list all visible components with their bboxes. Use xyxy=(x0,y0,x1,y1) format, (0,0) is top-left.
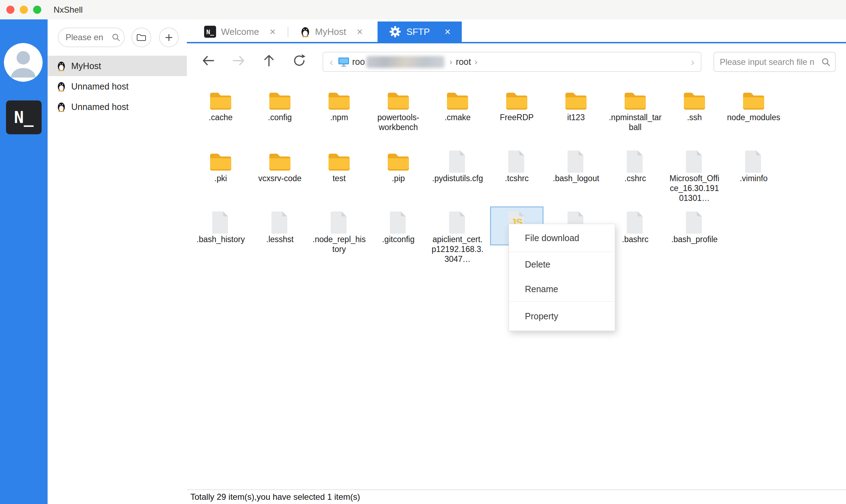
hosts-panel: Please en + MyHost xyxy=(48,19,187,504)
nxshell-logo[interactable]: N_ xyxy=(6,100,42,134)
file-name: .config xyxy=(253,112,307,122)
file-icon-box xyxy=(606,89,665,112)
file-icon-box xyxy=(546,150,606,173)
file-name: .cache xyxy=(194,112,247,122)
back-button[interactable] xyxy=(198,50,219,71)
folder-icon xyxy=(505,91,528,110)
tab-label: SFTP xyxy=(406,26,430,37)
close-tab-icon[interactable]: × xyxy=(357,27,363,37)
file-name: test xyxy=(312,173,366,183)
user-avatar[interactable] xyxy=(4,43,43,82)
file-icon-box xyxy=(665,150,724,173)
context-menu: File download Delete Rename Property xyxy=(509,224,615,331)
file-item[interactable]: .pip xyxy=(369,150,428,211)
host-item-label: Unnamed host xyxy=(71,81,129,92)
host-item-myhost[interactable]: MyHost xyxy=(48,56,187,76)
context-menu-item-rename[interactable]: Rename xyxy=(509,277,615,301)
breadcrumb[interactable]: ‹ roo › root › › xyxy=(323,52,701,72)
file-icon xyxy=(448,150,467,173)
breadcrumb-separator-icon: › xyxy=(474,57,477,67)
file-item[interactable]: .pki xyxy=(191,150,250,211)
file-icon-box xyxy=(191,211,250,234)
context-menu-item-property[interactable]: Property xyxy=(509,302,615,331)
refresh-icon xyxy=(292,53,307,68)
file-icon xyxy=(685,150,704,173)
host-item-unnamed-2[interactable]: Unnamed host xyxy=(48,97,187,117)
folder-icon xyxy=(683,91,706,110)
up-directory-button[interactable] xyxy=(259,50,279,71)
file-name: .bash_profile xyxy=(668,234,721,244)
file-item[interactable]: it123 xyxy=(546,89,606,150)
forward-button[interactable] xyxy=(228,50,249,71)
file-item[interactable]: vcxsrv-code xyxy=(250,150,309,211)
file-search-input[interactable]: Please input search file n xyxy=(713,52,836,72)
breadcrumb-host-prefix[interactable]: roo xyxy=(352,57,365,67)
file-item[interactable]: Microsoft_Office_16.30.19101301… xyxy=(665,150,724,211)
breadcrumb-scroll-left-icon[interactable]: ‹ xyxy=(327,56,335,68)
file-name: .cmake xyxy=(431,112,484,122)
close-tab-icon[interactable]: × xyxy=(445,27,450,37)
file-icon-box xyxy=(250,150,309,173)
file-name: apiclient_cert.p12192.168.3.3047… xyxy=(431,234,484,264)
file-icon-box xyxy=(724,150,783,173)
file-item[interactable]: test xyxy=(309,150,369,211)
tab-myhost[interactable]: MyHost × xyxy=(293,21,370,42)
file-name: .viminfo xyxy=(727,173,780,183)
forward-icon xyxy=(231,53,246,68)
close-tab-icon[interactable]: × xyxy=(270,27,276,37)
tab-bar: N_ Welcome × MyHost × xyxy=(187,21,846,43)
up-arrow-icon xyxy=(262,53,276,68)
maximize-window-button[interactable] xyxy=(33,6,41,14)
tab-sftp[interactable]: SFTP × xyxy=(378,21,462,42)
add-host-button[interactable]: + xyxy=(159,27,179,47)
status-bar: Totally 29 item(s),you have selected 1 i… xyxy=(187,490,846,504)
file-item[interactable]: .bash_logout xyxy=(546,150,606,211)
file-icon xyxy=(211,211,230,234)
tab-welcome[interactable]: N_ Welcome × xyxy=(196,21,283,42)
file-icon-box xyxy=(724,89,783,112)
file-item[interactable]: .ssh xyxy=(665,89,724,150)
file-item[interactable]: .lesshst xyxy=(250,211,309,272)
breadcrumb-scroll-right-icon[interactable]: › xyxy=(689,56,697,68)
context-menu-item-delete[interactable]: Delete xyxy=(509,252,615,277)
file-item[interactable]: .viminfo xyxy=(724,150,783,211)
host-search-input[interactable]: Please en xyxy=(58,27,125,47)
file-item[interactable]: apiclient_cert.p12192.168.3.3047… xyxy=(428,211,487,272)
file-item[interactable]: .cmake xyxy=(428,89,487,150)
file-item[interactable]: .bash_profile xyxy=(665,211,724,272)
file-item[interactable]: powertools-workbench xyxy=(369,89,428,150)
file-name: .bashrc xyxy=(608,234,662,244)
main-area: N_ Welcome × MyHost × xyxy=(187,19,846,504)
file-item[interactable]: .node_repl_history xyxy=(309,211,369,272)
file-item[interactable]: .pydistutils.cfg xyxy=(428,150,487,211)
open-sessions-folder-button[interactable] xyxy=(131,27,151,47)
folder-icon xyxy=(446,91,469,110)
folder-open-icon xyxy=(136,33,146,42)
file-item[interactable]: .npminstall_tarball xyxy=(606,89,665,150)
file-name: node_modules xyxy=(727,112,780,122)
status-text: Totally 29 item(s),you have selected 1 i… xyxy=(190,492,360,502)
file-item[interactable]: .tcshrc xyxy=(487,150,546,211)
file-item[interactable]: .npm xyxy=(309,89,369,150)
file-icon xyxy=(685,211,704,234)
file-item[interactable]: .gitconfig xyxy=(369,211,428,272)
penguin-icon xyxy=(57,81,66,92)
close-window-button[interactable] xyxy=(6,6,14,14)
context-menu-item-file-download[interactable]: File download xyxy=(509,224,615,252)
user-avatar-icon xyxy=(4,43,43,82)
refresh-button[interactable] xyxy=(289,50,309,71)
file-grid: .cache.config.npmpowertools-workbench.cm… xyxy=(191,89,783,272)
file-item[interactable]: .cshrc xyxy=(606,150,665,211)
file-item[interactable]: .cache xyxy=(191,89,250,150)
file-icon xyxy=(566,150,586,173)
host-item-unnamed-1[interactable]: Unnamed host xyxy=(48,76,187,97)
penguin-icon xyxy=(57,102,66,112)
file-item[interactable]: FreeRDP xyxy=(487,89,546,150)
host-item-label: Unnamed host xyxy=(71,102,129,112)
file-name: .ssh xyxy=(668,112,721,122)
file-item[interactable]: .config xyxy=(250,89,309,150)
minimize-window-button[interactable] xyxy=(20,6,28,14)
file-item[interactable]: node_modules xyxy=(724,89,783,150)
file-item[interactable]: .bash_history xyxy=(191,211,250,272)
breadcrumb-segment-root[interactable]: root xyxy=(456,57,471,67)
